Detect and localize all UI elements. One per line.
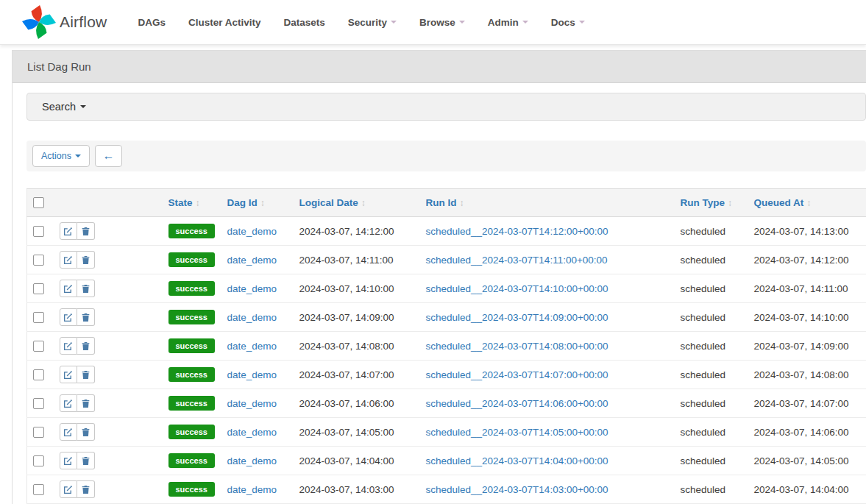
nav-item[interactable]: Datasets bbox=[283, 17, 324, 28]
run-type-cell: scheduled bbox=[675, 246, 748, 274]
actions-dropdown-button[interactable]: Actions bbox=[32, 145, 90, 167]
delete-button[interactable] bbox=[77, 480, 95, 498]
row-checkbox[interactable] bbox=[33, 427, 44, 438]
panel-heading: List Dag Run bbox=[13, 51, 866, 83]
dag-id-link[interactable]: date_demo bbox=[227, 484, 277, 495]
dag-run-table: State↕ Dag Id↕ Logical Date↕ Run Id↕ Run… bbox=[26, 188, 866, 504]
edit-icon bbox=[63, 313, 73, 322]
row-checkbox[interactable] bbox=[33, 455, 44, 466]
row-action-buttons bbox=[60, 423, 95, 441]
delete-button[interactable] bbox=[77, 452, 95, 469]
run-id-link[interactable]: scheduled__2024-03-07T14:12:00+00:00 bbox=[426, 226, 608, 237]
sort-icon[interactable]: ↕ bbox=[196, 198, 200, 208]
column-header-logical-date[interactable]: Logical Date↕ bbox=[294, 189, 420, 217]
edit-button[interactable] bbox=[60, 366, 77, 383]
run-id-link[interactable]: scheduled__2024-03-07T14:09:00+00:00 bbox=[426, 312, 608, 323]
delete-button[interactable] bbox=[77, 337, 95, 355]
run-id-link[interactable]: scheduled__2024-03-07T14:11:00+00:00 bbox=[426, 255, 608, 266]
dag-id-link[interactable]: date_demo bbox=[227, 427, 277, 438]
trash-icon bbox=[81, 341, 90, 351]
edit-button[interactable] bbox=[60, 423, 77, 441]
dag-id-link[interactable]: date_demo bbox=[227, 341, 277, 352]
run-id-link[interactable]: scheduled__2024-03-07T14:03:00+00:00 bbox=[426, 484, 608, 495]
nav-item[interactable]: Browse bbox=[419, 17, 465, 28]
edit-button[interactable] bbox=[60, 308, 77, 326]
delete-button[interactable] bbox=[77, 394, 95, 412]
row-action-buttons bbox=[60, 366, 95, 383]
sort-icon[interactable]: ↕ bbox=[460, 198, 464, 208]
queued-at-cell: 2024-03-07, 14:07:00 bbox=[748, 389, 866, 418]
nav-item[interactable]: Docs bbox=[551, 17, 585, 28]
dag-id-link[interactable]: date_demo bbox=[227, 312, 277, 323]
row-action-buttons bbox=[60, 280, 95, 297]
edit-button[interactable] bbox=[60, 452, 77, 469]
logical-date-cell: 2024-03-07, 14:09:00 bbox=[294, 303, 420, 332]
delete-button[interactable] bbox=[77, 308, 95, 326]
edit-icon bbox=[63, 370, 73, 380]
run-id-link[interactable]: scheduled__2024-03-07T14:08:00+00:00 bbox=[426, 341, 608, 352]
run-id-link[interactable]: scheduled__2024-03-07T14:07:00+00:00 bbox=[426, 369, 608, 380]
column-header-run-id[interactable]: Run Id↕ bbox=[420, 189, 675, 217]
row-checkbox[interactable] bbox=[33, 369, 44, 380]
run-id-link[interactable]: scheduled__2024-03-07T14:05:00+00:00 bbox=[426, 427, 608, 438]
dag-id-link[interactable]: date_demo bbox=[227, 226, 277, 237]
airflow-logo[interactable]: Airflow bbox=[22, 5, 107, 39]
back-button[interactable]: ← bbox=[95, 145, 122, 167]
table-row: success date_demo 2024-03-07, 14:07:00 s… bbox=[27, 361, 866, 389]
sort-icon[interactable]: ↕ bbox=[361, 198, 366, 208]
column-header-queued-at[interactable]: Queued At↕ bbox=[748, 189, 866, 217]
state-badge: success bbox=[168, 453, 215, 468]
logical-date-cell: 2024-03-07, 14:04:00 bbox=[294, 447, 420, 475]
row-checkbox[interactable] bbox=[33, 226, 44, 237]
dag-id-link[interactable]: date_demo bbox=[227, 255, 277, 266]
select-all-checkbox[interactable] bbox=[33, 197, 44, 208]
sort-icon[interactable]: ↕ bbox=[260, 198, 265, 208]
edit-button[interactable] bbox=[60, 280, 77, 297]
edit-button[interactable] bbox=[60, 337, 77, 355]
row-action-buttons bbox=[60, 308, 95, 326]
logical-date-cell: 2024-03-07, 14:08:00 bbox=[294, 332, 420, 361]
nav-item[interactable]: DAGs bbox=[138, 17, 166, 28]
edit-button[interactable] bbox=[60, 251, 77, 269]
dag-id-link[interactable]: date_demo bbox=[227, 455, 277, 466]
run-id-link[interactable]: scheduled__2024-03-07T14:04:00+00:00 bbox=[426, 455, 608, 466]
row-checkbox[interactable] bbox=[33, 283, 44, 294]
state-badge: success bbox=[168, 224, 215, 238]
run-id-link[interactable]: scheduled__2024-03-07T14:10:00+00:00 bbox=[426, 283, 608, 294]
delete-button[interactable] bbox=[77, 222, 95, 240]
nav-item[interactable]: Security bbox=[348, 17, 397, 28]
row-checkbox[interactable] bbox=[33, 312, 44, 323]
nav-item[interactable]: Admin bbox=[488, 17, 528, 28]
dag-id-link[interactable]: date_demo bbox=[227, 398, 277, 409]
run-id-link[interactable]: scheduled__2024-03-07T14:06:00+00:00 bbox=[426, 398, 608, 409]
state-badge: success bbox=[168, 425, 215, 439]
column-header-dag-id[interactable]: Dag Id↕ bbox=[221, 189, 294, 217]
table-row: success date_demo 2024-03-07, 14:08:00 s… bbox=[27, 332, 866, 361]
run-type-cell: scheduled bbox=[675, 332, 748, 361]
search-dropdown[interactable]: Search bbox=[26, 93, 866, 121]
nav-items: DAGs Cluster Activity Datasets Security … bbox=[138, 17, 584, 28]
row-checkbox[interactable] bbox=[33, 484, 44, 495]
delete-button[interactable] bbox=[77, 251, 95, 269]
trash-icon bbox=[81, 370, 90, 380]
row-checkbox[interactable] bbox=[33, 341, 44, 352]
delete-button[interactable] bbox=[77, 423, 95, 441]
delete-button[interactable] bbox=[77, 280, 95, 297]
edit-button[interactable] bbox=[60, 222, 77, 240]
dag-id-link[interactable]: date_demo bbox=[227, 283, 277, 294]
queued-at-cell: 2024-03-07, 14:04:00 bbox=[748, 475, 866, 504]
dag-id-link[interactable]: date_demo bbox=[227, 369, 277, 380]
row-checkbox[interactable] bbox=[33, 398, 44, 409]
edit-button[interactable] bbox=[60, 394, 77, 412]
delete-button[interactable] bbox=[77, 366, 95, 383]
nav-item[interactable]: Cluster Activity bbox=[188, 17, 261, 28]
sort-icon[interactable]: ↕ bbox=[728, 198, 732, 208]
edit-button[interactable] bbox=[60, 480, 77, 498]
row-checkbox[interactable] bbox=[33, 255, 44, 266]
sort-icon[interactable]: ↕ bbox=[806, 198, 811, 208]
logical-date-cell: 2024-03-07, 14:03:00 bbox=[294, 475, 420, 504]
chevron-down-icon bbox=[459, 21, 465, 24]
column-header-state[interactable]: State↕ bbox=[163, 189, 221, 217]
column-header-run-type[interactable]: Run Type↕ bbox=[675, 189, 748, 217]
table-row: success date_demo 2024-03-07, 14:10:00 s… bbox=[27, 274, 866, 303]
